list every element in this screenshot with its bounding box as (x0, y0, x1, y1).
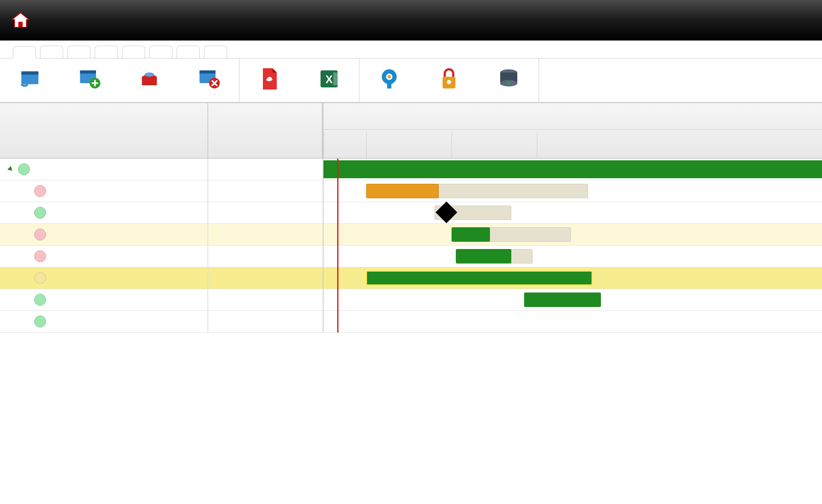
archiv-icon (496, 66, 522, 92)
excel-icon: X (316, 66, 342, 92)
row-start (208, 202, 323, 223)
row-start (208, 246, 323, 267)
tab-ansicht[interactable] (67, 46, 90, 58)
tab-finanzen[interactable] (177, 46, 200, 58)
gantt-quarter (324, 111, 822, 130)
topbar (0, 0, 822, 41)
neues-projekt-icon (77, 66, 102, 92)
neues-projekt-button[interactable] (60, 63, 120, 98)
grid-pane (0, 103, 324, 333)
row-start (208, 159, 323, 180)
table-row[interactable] (0, 289, 323, 311)
tab-details[interactable] (122, 46, 145, 58)
ki-icon (376, 66, 402, 92)
gantt-month (452, 132, 537, 158)
content (0, 103, 822, 333)
row-start (208, 224, 323, 245)
gantt-row[interactable] (324, 289, 822, 311)
svg-rect-13 (333, 72, 339, 85)
col-name-header[interactable] (0, 103, 208, 158)
gantt-header (324, 103, 822, 159)
gantt-row[interactable] (324, 159, 822, 180)
gantt-bar[interactable] (524, 293, 601, 307)
neu-aus-vorlage-button[interactable] (120, 63, 179, 98)
status-dot (34, 229, 46, 240)
home-icon[interactable] (9, 9, 32, 32)
gantt-row[interactable] (324, 224, 822, 246)
tab-strip (0, 41, 822, 58)
gantt-bar[interactable] (366, 184, 439, 198)
vorlage-icon (137, 66, 162, 92)
zugriff-button[interactable] (419, 63, 479, 98)
svg-rect-5 (80, 70, 96, 74)
expand-icon[interactable] (7, 166, 14, 173)
projekt-loeschen-button[interactable] (179, 63, 239, 98)
tab-start[interactable] (13, 46, 36, 58)
status-dot (34, 294, 46, 306)
projekte-icon (17, 66, 43, 92)
col-start-header[interactable] (208, 103, 323, 158)
table-row[interactable] (0, 311, 323, 333)
svg-point-7 (145, 72, 154, 77)
table-row[interactable] (0, 246, 323, 267)
table-row[interactable] (0, 224, 323, 246)
row-start (208, 180, 323, 202)
svg-rect-9 (200, 70, 216, 74)
tab-basisplan[interactable] (149, 46, 172, 58)
gantt-month (324, 132, 366, 158)
status-dot (34, 185, 46, 197)
svg-text:X: X (326, 73, 333, 85)
svg-point-22 (507, 81, 510, 85)
gantt-row[interactable] (324, 311, 822, 333)
gantt-bar-summary[interactable] (324, 160, 822, 178)
svg-point-19 (447, 80, 451, 84)
gantt-row[interactable] (324, 180, 822, 202)
gantt-bar[interactable] (366, 271, 592, 285)
ribbon: X (0, 58, 822, 103)
table-row[interactable] (0, 159, 323, 180)
status-dot (34, 272, 46, 284)
tab-bearbeiten[interactable] (40, 46, 63, 58)
row-start (208, 267, 323, 289)
gantt-month (537, 132, 622, 158)
svg-rect-3 (21, 72, 38, 75)
svg-rect-1 (19, 22, 22, 27)
ins-archiv-button[interactable] (479, 63, 539, 98)
gantt-body (324, 159, 822, 333)
excel-export-button[interactable]: X (299, 63, 359, 98)
table-row[interactable] (0, 202, 323, 224)
row-start (208, 311, 323, 332)
table-row[interactable] (0, 267, 323, 289)
status-dot (18, 163, 30, 175)
loeschen-icon (196, 66, 222, 92)
status-dot (34, 316, 46, 327)
gantt-bar[interactable] (456, 249, 511, 264)
pdf-export-button[interactable] (239, 63, 299, 98)
gantt-row[interactable] (324, 267, 822, 289)
pdf-icon (257, 66, 282, 92)
lock-icon (436, 66, 462, 92)
ki-button[interactable] (359, 63, 419, 98)
gantt-row[interactable] (324, 246, 822, 267)
status-dot (34, 250, 46, 262)
gantt-pane[interactable] (324, 103, 822, 333)
svg-rect-17 (387, 83, 391, 89)
row-start (208, 289, 323, 310)
tab-agile[interactable] (204, 46, 227, 58)
table-row[interactable] (0, 180, 323, 202)
grid-header (0, 103, 323, 159)
gantt-bar[interactable] (452, 227, 490, 242)
gantt-row[interactable] (324, 202, 822, 224)
today-line (337, 159, 338, 333)
tab-tabelle[interactable] (95, 46, 118, 58)
projekte-button[interactable] (0, 63, 60, 98)
gantt-month (366, 132, 452, 158)
status-dot (34, 207, 46, 219)
svg-point-16 (388, 75, 391, 78)
